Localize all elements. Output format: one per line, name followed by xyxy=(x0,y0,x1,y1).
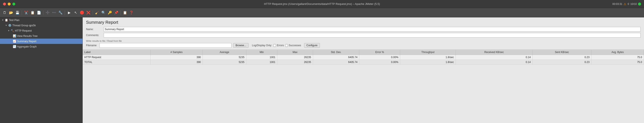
cell-received-0: 0.14 xyxy=(456,55,532,60)
filename-input[interactable] xyxy=(100,43,232,48)
key-icon[interactable]: 🔑 xyxy=(107,10,113,16)
header-row: Label # Samples Average Min Max Std. Dev… xyxy=(83,50,644,55)
col-throughput: Throughput xyxy=(400,50,456,55)
sidebar-label-view-results-tree: View Results Tree xyxy=(17,35,38,38)
cell-throughput-1: 1.8/sec xyxy=(400,60,456,65)
sidebar-item-aggregate-graph[interactable]: 📉 Aggregate Graph xyxy=(0,44,82,49)
table-wrapper: Label # Samples Average Min Max Std. Dev… xyxy=(83,50,644,123)
col-received-kb: Received KB/sec xyxy=(456,50,532,55)
log-display-row: Log/Display Only: Errors Successes Confi… xyxy=(252,43,320,48)
configure-button[interactable]: Configure xyxy=(304,43,320,48)
thread-group-icon: ⚙️ xyxy=(8,24,12,27)
sidebar-item-view-results-tree[interactable]: 📊 View Results Tree xyxy=(0,33,82,39)
open-icon[interactable]: 📂 xyxy=(8,10,14,16)
table-row: HTTP Request 390 5235 1001 26235 6405.74… xyxy=(83,55,644,60)
col-label: Label xyxy=(83,50,150,55)
page-title: Summary Report xyxy=(86,20,640,25)
col-max: Max xyxy=(277,50,313,55)
sidebar: ▼ 📋 Test Plan ▼ ⚙️ Thread Group qps5k ▼ … xyxy=(0,17,83,123)
session-info: 10/10 xyxy=(630,2,637,5)
window-title: HTTP Request.jmx (/Users/gallant/Documen… xyxy=(264,2,380,5)
cell-avgbytes-0: 75.0 xyxy=(592,55,644,60)
col-error-pct: Error % xyxy=(359,50,400,55)
table-body: HTTP Request 390 5235 1001 26235 6405.74… xyxy=(83,55,644,65)
sidebar-item-summary-report[interactable]: 📈 Summary Report xyxy=(0,39,82,44)
toolbar-separator-3 xyxy=(65,10,65,15)
write-results-text: Write results to file / Read from file xyxy=(86,39,640,43)
col-samples: # Samples xyxy=(150,50,202,55)
arrow-http-request: ▼ xyxy=(8,29,10,32)
comments-row: Comments: xyxy=(86,33,640,38)
play-icon[interactable]: ▶ xyxy=(66,10,72,16)
toolbar-separator-5 xyxy=(120,10,121,15)
errors-checkbox-group: Errors xyxy=(273,44,284,47)
cell-min-0: 1001 xyxy=(246,55,277,60)
cell-samples-0: 390 xyxy=(150,55,202,60)
browse-button[interactable]: Browse... xyxy=(233,43,248,48)
cut-icon[interactable]: ✂️ xyxy=(23,10,29,16)
sidebar-item-http-request[interactable]: ▼ 🔨 HTTP Request xyxy=(0,28,82,33)
successes-checkbox-group: Successes xyxy=(285,44,301,47)
list-icon[interactable]: 📋 xyxy=(122,10,128,16)
col-avg-bytes: Avg. Bytes xyxy=(592,50,644,55)
comments-label: Comments: xyxy=(86,34,102,37)
successes-checkbox[interactable] xyxy=(285,44,288,47)
cell-sent-0: 0.23 xyxy=(532,55,591,60)
sidebar-item-thread-group[interactable]: ▼ ⚙️ Thread Group qps5k xyxy=(0,23,82,28)
toolbar-separator-2 xyxy=(43,10,44,15)
find-icon[interactable]: 🔍 xyxy=(100,10,106,16)
name-input[interactable] xyxy=(104,27,640,32)
sidebar-label-test-plan: Test Plan xyxy=(9,19,20,22)
warning-count: 0 xyxy=(628,2,629,5)
save-icon[interactable]: 💾 xyxy=(14,10,20,16)
errors-checkbox[interactable] xyxy=(273,44,276,47)
sidebar-label-aggregate-graph: Aggregate Graph xyxy=(17,45,37,48)
cursor-icon[interactable]: ↖ xyxy=(72,10,78,16)
new-icon[interactable]: 🗒 xyxy=(2,10,8,16)
http-request-icon: 🔨 xyxy=(11,29,14,32)
results-table: Label # Samples Average Min Max Std. Dev… xyxy=(83,50,644,65)
stop-icon[interactable]: 🛑 xyxy=(79,10,85,16)
add-icon[interactable]: ➕ xyxy=(45,10,51,16)
cell-stddev-0: 6405.74 xyxy=(313,55,359,60)
toolbar-separator-1 xyxy=(22,10,22,15)
content-panel: Summary Report Name: Comments: Write res… xyxy=(83,17,644,123)
copy-icon[interactable]: 📋 xyxy=(30,10,36,16)
warning-icon: ⚠ xyxy=(624,2,626,6)
title-bar: HTTP Request.jmx (/Users/gallant/Documen… xyxy=(0,0,644,8)
col-min: Min xyxy=(246,50,277,55)
cell-min-1: 1001 xyxy=(246,60,277,65)
summary-report-icon: 📈 xyxy=(13,40,16,43)
minimize-button[interactable] xyxy=(8,2,11,5)
paste-icon[interactable]: 📄 xyxy=(36,10,42,16)
maximize-button[interactable] xyxy=(12,2,15,5)
col-stddev: Std. Dev. xyxy=(313,50,359,55)
settings-icon[interactable]: 🔧 xyxy=(58,10,64,16)
clear-icon[interactable]: 🧹 xyxy=(94,10,100,16)
cell-error-1: 0.00% xyxy=(359,60,400,65)
cell-sent-1: 0.23 xyxy=(532,60,591,65)
main-layout: ▼ 📋 Test Plan ▼ ⚙️ Thread Group qps5k ▼ … xyxy=(0,17,644,123)
view-results-tree-icon: 📊 xyxy=(13,34,16,38)
cell-max-1: 26235 xyxy=(277,60,313,65)
window-controls[interactable] xyxy=(3,2,15,5)
cell-samples-1: 390 xyxy=(150,60,202,65)
cell-max-0: 26235 xyxy=(277,55,313,60)
plugin-icon[interactable]: 📌 xyxy=(113,10,119,16)
help-icon[interactable]: ❓ xyxy=(128,10,134,16)
aggregate-graph-icon: 📉 xyxy=(13,45,16,48)
table-row: TOTAL 390 5235 1001 26235 6405.74 0.00% … xyxy=(83,60,644,65)
arrow-test-plan: ▼ xyxy=(2,19,4,21)
cell-avgbytes-1: 75.0 xyxy=(592,60,644,65)
comments-input[interactable] xyxy=(104,33,640,38)
sidebar-item-test-plan[interactable]: ▼ 📋 Test Plan xyxy=(0,17,82,23)
errors-label: Errors xyxy=(277,44,284,47)
cell-average-1: 5235 xyxy=(203,60,246,65)
content-header: Summary Report Name: Comments: Write res… xyxy=(83,17,644,50)
remove-icon[interactable]: ➖ xyxy=(51,10,57,16)
shutdown-icon[interactable]: ❌ xyxy=(86,10,91,16)
cell-stddev-1: 6405.74 xyxy=(313,60,359,65)
filename-label: Filename xyxy=(86,44,98,47)
close-button[interactable] xyxy=(3,2,6,5)
col-sent-kb: Sent KB/sec xyxy=(532,50,591,55)
